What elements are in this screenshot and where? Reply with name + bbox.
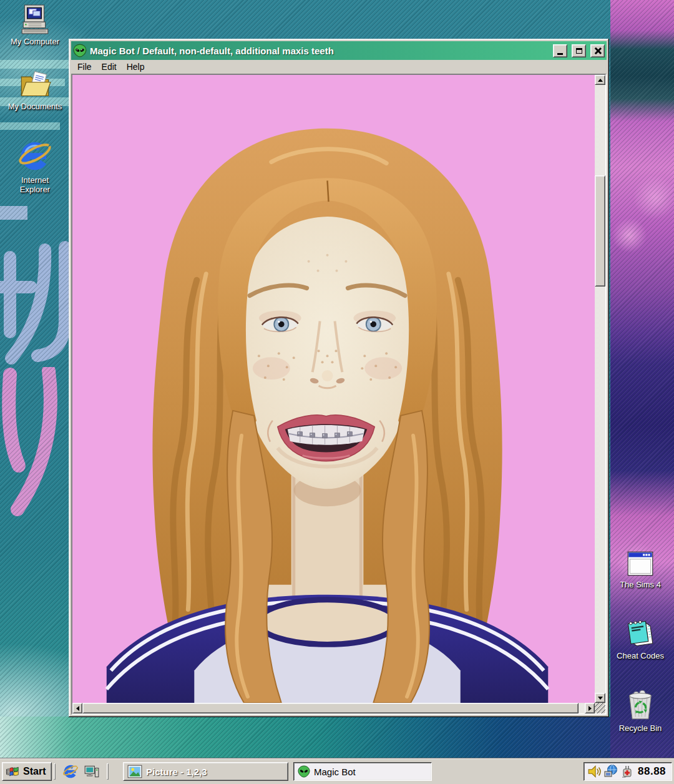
vertical-scrollbar-thumb[interactable]	[595, 175, 605, 287]
window-titlebar[interactable]: Magic Bot / Default, non-default, additi…	[71, 41, 607, 60]
scroll-up-button[interactable]	[595, 75, 605, 85]
quick-launch-show-desktop[interactable]	[84, 763, 100, 780]
horizontal-scrollbar-thumb[interactable]	[82, 703, 579, 713]
window-title: Magic Bot / Default, non-default, additi…	[90, 46, 549, 56]
minimize-icon	[557, 53, 563, 55]
task-label: Picture - 1,2,3	[146, 767, 207, 777]
alien-icon	[298, 765, 310, 778]
vertical-scrollbar[interactable]	[595, 75, 605, 703]
taskbar-grip[interactable]	[54, 763, 56, 780]
picture-icon	[127, 764, 142, 779]
task-button-picture[interactable]: Picture - 1,2,3	[123, 762, 288, 781]
my-documents-icon	[19, 69, 51, 100]
desktop-icon-label: My Documents	[5, 102, 65, 112]
start-button[interactable]: Start	[2, 762, 52, 781]
arrow-right-icon	[589, 706, 592, 711]
desktop-icon-recycle-bin[interactable]: Recycle Bin	[610, 689, 670, 733]
arrow-down-icon	[598, 697, 603, 700]
desktop-icon-my-documents[interactable]: My Documents	[5, 69, 65, 112]
menu-file[interactable]: File	[72, 61, 97, 73]
task-label: Magic Bot	[314, 767, 356, 777]
recycle-bin-icon	[624, 689, 657, 722]
maximize-icon	[576, 48, 582, 54]
system-tray: 88.88	[584, 762, 672, 781]
network-icon[interactable]	[603, 764, 618, 779]
desktop-icon-label: Cheat Codes	[610, 652, 670, 661]
show-desktop-icon	[84, 763, 100, 780]
windows-logo-icon	[6, 765, 21, 778]
desktop-icon-cheat-codes[interactable]: Cheat Codes	[610, 617, 670, 661]
task-button-magic-bot[interactable]: Magic Bot	[293, 762, 432, 781]
internet-explorer-icon	[17, 139, 52, 174]
window-content	[71, 74, 607, 715]
my-computer-icon	[19, 4, 51, 35]
taskbar-clock[interactable]: 88.88	[638, 765, 666, 778]
close-icon	[594, 47, 601, 54]
cheat-codes-icon	[624, 617, 657, 649]
desktop-icon-my-computer[interactable]: My Computer	[5, 4, 65, 47]
window-menubar: File Edit Help	[71, 60, 607, 74]
wallpaper-bottom-band	[0, 717, 612, 759]
quick-launch-internet-explorer[interactable]	[62, 763, 79, 780]
alien-icon	[73, 44, 87, 57]
the-sims-4-icon	[625, 549, 656, 578]
portrait-image	[72, 75, 595, 703]
wallpaper-bar	[0, 206, 27, 220]
taskbar: Start	[0, 759, 674, 784]
desktop: My Computer My Documents Internet Explor…	[0, 0, 674, 784]
desktop-icon-internet-explorer[interactable]: Internet Explorer	[5, 139, 65, 195]
maximize-button[interactable]	[572, 44, 586, 57]
scroll-down-button[interactable]	[595, 693, 605, 703]
menu-edit[interactable]: Edit	[97, 61, 122, 73]
resize-grip[interactable]	[595, 703, 605, 713]
volume-icon[interactable]	[587, 764, 602, 779]
horizontal-scrollbar[interactable]	[72, 703, 595, 713]
quick-launch	[57, 763, 105, 780]
wallpaper-bar	[0, 122, 60, 130]
power-icon[interactable]	[620, 764, 635, 779]
desktop-icon-label: Recycle Bin	[610, 724, 670, 733]
scroll-left-button[interactable]	[72, 703, 82, 713]
internet-explorer-icon	[62, 763, 79, 780]
scroll-right-button[interactable]	[585, 703, 595, 713]
arrow-up-icon	[598, 79, 603, 82]
desktop-icon-label: My Computer	[5, 37, 65, 47]
wallpaper-bar	[0, 60, 70, 69]
arrow-left-icon	[76, 706, 79, 711]
taskbar-grip[interactable]	[107, 763, 109, 780]
close-button[interactable]	[590, 44, 605, 57]
menu-help[interactable]: Help	[122, 61, 150, 73]
minimize-button[interactable]	[553, 44, 567, 57]
desktop-icon-label: The Sims 4	[610, 581, 670, 590]
desktop-icon-the-sims-4[interactable]: The Sims 4	[610, 549, 670, 590]
desktop-icon-label: Internet Explorer	[5, 176, 65, 195]
start-label: Start	[23, 766, 46, 777]
image-viewport	[72, 75, 595, 703]
magic-bot-window: Magic Bot / Default, non-default, additi…	[69, 39, 609, 717]
